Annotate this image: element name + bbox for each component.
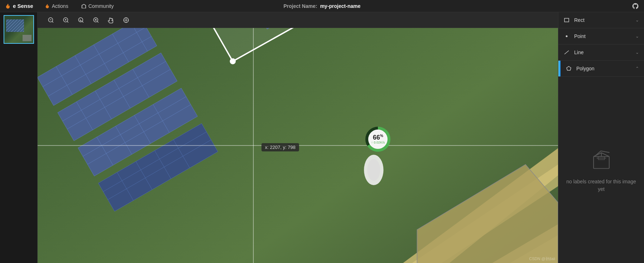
image-canvas[interactable]: x: 2207, y: 798 66% ↑ 0.02K/s	[38, 28, 558, 263]
empty-box-icon	[589, 147, 614, 172]
navbar: e Sense Actions Community Project Name: …	[0, 0, 644, 12]
right-panel: Rect ⌄ Point ⌄	[558, 12, 644, 263]
point-section: Point ⌄	[558, 28, 644, 44]
zoom-out-button[interactable]	[45, 15, 57, 25]
rect-label: Rect	[574, 17, 631, 23]
left-sidebar	[0, 12, 38, 263]
actions-icon	[45, 4, 50, 9]
project-label: Project Name:	[284, 3, 317, 9]
actions-label: Actions	[52, 3, 68, 9]
svg-point-75	[566, 36, 568, 37]
project-info: Project Name: my-project-name	[284, 3, 361, 9]
point-tool-row[interactable]: Point ⌄	[558, 28, 644, 44]
community-label: Community	[88, 3, 114, 9]
project-value: my-project-name	[320, 3, 361, 9]
line-label: Line	[574, 50, 631, 55]
progress-circle: 66% ↑ 0.02K/s	[365, 127, 390, 152]
pan-button[interactable]	[105, 15, 117, 25]
svg-point-7	[78, 18, 83, 22]
line-tool-row[interactable]: Line ⌄	[558, 44, 644, 60]
actions-menu[interactable]: Actions	[38, 0, 75, 12]
main-content: x: 2207, y: 798 66% ↑ 0.02K/s	[0, 12, 644, 263]
coordinate-text: x: 2207, y: 798	[265, 145, 295, 150]
point-label: Point	[574, 33, 631, 39]
rect-chevron: ⌄	[635, 18, 639, 23]
thumb-solar-panels	[6, 19, 24, 32]
line-chevron: ⌄	[635, 50, 639, 55]
zoom-fit-button[interactable]	[75, 15, 87, 25]
polygon-chevron: ⌃	[635, 66, 639, 71]
zoom-reset-button[interactable]	[90, 15, 102, 25]
svg-point-18	[126, 19, 127, 20]
watermark: CSDN @孙|laii	[529, 256, 555, 262]
rect-section: Rect ⌄	[558, 12, 644, 28]
polygon-label: Polygon	[576, 66, 631, 71]
point-chevron: ⌄	[635, 34, 639, 39]
svg-marker-77	[567, 66, 571, 70]
active-indicator	[559, 61, 561, 76]
svg-line-8	[82, 21, 83, 22]
svg-point-69	[367, 159, 380, 181]
empty-state: no labels created for this image yet	[558, 77, 644, 263]
progress-inner: 66% ↑ 0.02K/s	[371, 134, 385, 144]
rect-icon	[563, 17, 570, 23]
line-section: Line ⌄	[558, 44, 644, 61]
svg-rect-74	[564, 18, 569, 22]
svg-line-10	[97, 21, 98, 22]
empty-text: no labels created for this image yet	[566, 178, 637, 193]
polygon-tool-row[interactable]: Polygon ⌃	[558, 61, 644, 76]
crosshair-button[interactable]	[120, 15, 132, 25]
coordinate-tooltip: x: 2207, y: 798	[261, 143, 299, 151]
svg-point-64	[230, 58, 235, 64]
github-link[interactable]	[632, 3, 639, 10]
community-menu[interactable]: Community	[75, 0, 120, 12]
image-toolbar	[38, 12, 558, 28]
polygon-section: Polygon ⌃	[558, 61, 644, 77]
thumb-building	[23, 35, 32, 41]
zoom-in-button[interactable]	[60, 15, 72, 25]
thumbnail-preview	[4, 16, 33, 43]
github-icon	[632, 3, 639, 10]
svg-line-1	[52, 21, 53, 22]
brand-label: e Sense	[13, 3, 33, 9]
svg-line-76	[564, 51, 569, 54]
canvas-area: x: 2207, y: 798 66% ↑ 0.02K/s	[38, 12, 558, 263]
progress-circle-container: 66% ↑ 0.02K/s	[365, 127, 390, 152]
rect-tool-row[interactable]: Rect ⌄	[558, 12, 644, 28]
svg-line-4	[67, 21, 68, 22]
thumbnail-image[interactable]	[4, 15, 34, 44]
flame-icon	[5, 3, 11, 9]
progress-percent: 66%	[371, 134, 385, 141]
community-icon	[81, 4, 86, 9]
progress-speed: ↑ 0.02K/s	[371, 141, 385, 144]
brand: e Sense	[0, 3, 38, 9]
point-icon	[563, 33, 570, 39]
line-icon	[563, 49, 570, 56]
polygon-icon	[566, 65, 572, 72]
